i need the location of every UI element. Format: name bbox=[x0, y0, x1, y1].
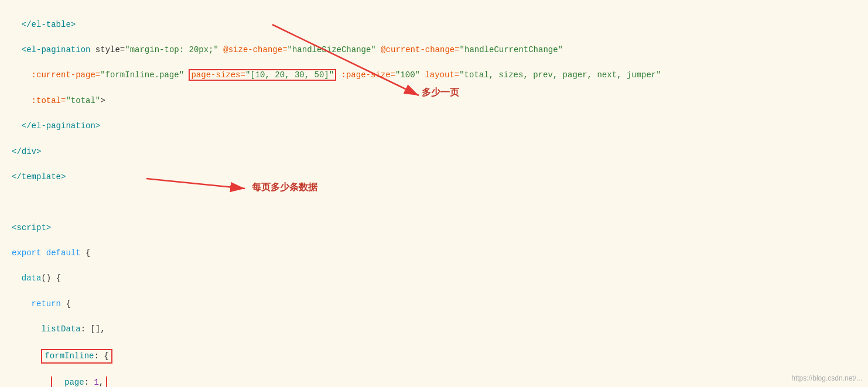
code-line-12: return { bbox=[12, 298, 856, 311]
code-line-3: :current-page="formInline.page" page-siz… bbox=[12, 69, 856, 82]
code-line-2: <el-pagination style="margin-top: 20px;"… bbox=[12, 44, 856, 57]
code-line-5: </el-pagination> bbox=[12, 120, 856, 133]
code-line-7: </template> bbox=[12, 171, 856, 184]
code-line-14: formInline: { bbox=[12, 349, 856, 364]
code-line-15: page: 1, bbox=[12, 376, 856, 387]
code-line-1: </el-table> bbox=[12, 19, 856, 32]
annotation-duoshao-yiye: 多少一页 bbox=[422, 87, 459, 99]
code-line-10: export default { bbox=[12, 247, 856, 260]
watermark: https://blog.csdn.net/... bbox=[791, 374, 862, 382]
code-line-11: data() { bbox=[12, 272, 856, 285]
annotation-meiye-duoshao: 每页多少条数据 bbox=[252, 181, 317, 194]
code-line-9: <script> bbox=[12, 222, 856, 235]
code-line-8 bbox=[12, 196, 856, 209]
code-area: </el-table> <el-pagination style="margin… bbox=[0, 0, 868, 387]
code-line-6: </div> bbox=[12, 146, 856, 159]
code-line-13: listData: [], bbox=[12, 323, 856, 336]
